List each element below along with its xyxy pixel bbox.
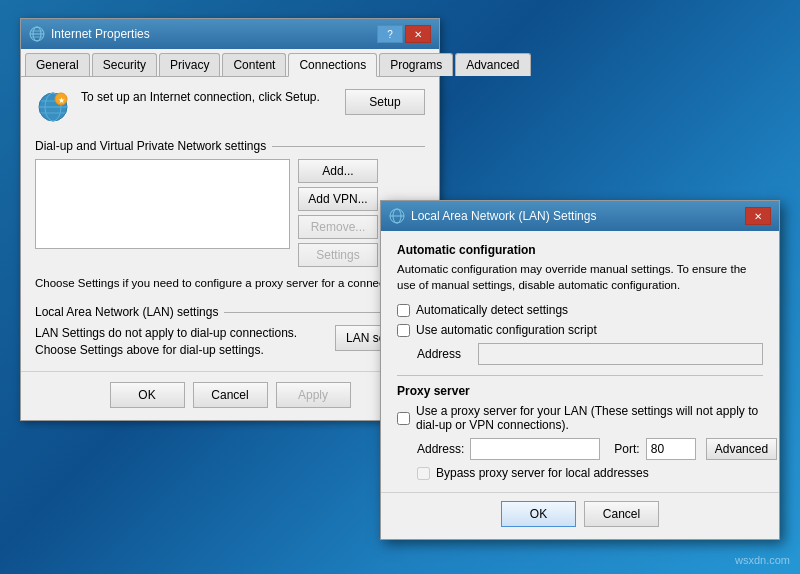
lan-titlebar-controls: ✕ [745, 207, 771, 225]
titlebar-controls: ? ✕ [377, 25, 431, 43]
proxy-address-row: Address: Port: Advanced [417, 438, 763, 460]
watermark: wsxdn.com [735, 554, 790, 566]
tab-advanced[interactable]: Advanced [455, 53, 530, 76]
lan-row: LAN Settings do not apply to dial-up con… [35, 325, 425, 359]
titlebar-left: Internet Properties [29, 26, 150, 42]
script-address-label: Address [417, 347, 472, 361]
bypass-checkbox[interactable] [417, 467, 430, 480]
lan-cancel-button[interactable]: Cancel [584, 501, 659, 527]
tab-programs[interactable]: Programs [379, 53, 453, 76]
auto-detect-label: Automatically detect settings [416, 303, 568, 317]
auto-script-row: Use automatic configuration script [397, 323, 763, 337]
lan-dialog-title: Local Area Network (LAN) Settings [411, 209, 596, 223]
divider [397, 375, 763, 376]
lan-settings-dialog: Local Area Network (LAN) Settings ✕ Auto… [380, 200, 780, 540]
dialup-section-label: Dial-up and Virtual Private Network sett… [35, 139, 425, 153]
internet-properties-dialog: Internet Properties ? ✕ General Security… [20, 18, 440, 421]
bypass-label: Bypass proxy server for local addresses [436, 466, 649, 480]
auto-config-desc: Automatic configuration may override man… [397, 261, 763, 293]
cancel-button[interactable]: Cancel [193, 382, 268, 408]
ok-button[interactable]: OK [110, 382, 185, 408]
proxy-section-title: Proxy server [397, 384, 763, 398]
proxy-use-label: Use a proxy server for your LAN (These s… [416, 404, 763, 432]
lan-dialog-content: Automatic configuration Automatic config… [381, 231, 779, 492]
dialup-buttons: Add... Add VPN... Remove... Settings [298, 159, 378, 267]
internet-properties-title: Internet Properties [51, 27, 150, 41]
setup-button[interactable]: Setup [345, 89, 425, 115]
tab-content[interactable]: Content [222, 53, 286, 76]
svg-text:★: ★ [58, 96, 65, 105]
bypass-row: Bypass proxy server for local addresses [417, 466, 763, 480]
proxy-use-row: Use a proxy server for your LAN (These s… [397, 404, 763, 432]
add-button[interactable]: Add... [298, 159, 378, 183]
proxy-advanced-button[interactable]: Advanced [706, 438, 777, 460]
script-address-input[interactable] [478, 343, 763, 365]
setup-section: ★ To set up an Internet connection, clic… [35, 89, 425, 125]
settings-button[interactable]: Settings [298, 243, 378, 267]
dialog-content: ★ To set up an Internet connection, clic… [21, 77, 439, 371]
proxy-use-checkbox[interactable] [397, 412, 410, 425]
auto-detect-row: Automatically detect settings [397, 303, 763, 317]
dialup-row: Add... Add VPN... Remove... Settings [35, 159, 425, 267]
remove-button[interactable]: Remove... [298, 215, 378, 239]
script-address-row: Address [417, 343, 763, 365]
tab-security[interactable]: Security [92, 53, 157, 76]
lan-titlebar-left: Local Area Network (LAN) Settings [389, 208, 596, 224]
auto-detect-checkbox[interactable] [397, 304, 410, 317]
dialog-footer: OK Cancel Apply [21, 371, 439, 420]
proxy-port-input[interactable] [646, 438, 696, 460]
lan-dialog-footer: OK Cancel [381, 492, 779, 539]
lan-ok-button[interactable]: OK [501, 501, 576, 527]
tab-privacy[interactable]: Privacy [159, 53, 220, 76]
lan-titlebar: Local Area Network (LAN) Settings ✕ [381, 201, 779, 231]
lan-section-label: Local Area Network (LAN) settings [35, 305, 425, 319]
proxy-address-input[interactable] [470, 438, 600, 460]
tab-general[interactable]: General [25, 53, 90, 76]
proxy-address-label: Address: [417, 442, 464, 456]
internet-properties-icon [29, 26, 45, 42]
add-vpn-button[interactable]: Add VPN... [298, 187, 378, 211]
lan-text: LAN Settings do not apply to dial-up con… [35, 325, 325, 359]
dialup-listbox[interactable] [35, 159, 290, 249]
lan-section: Local Area Network (LAN) settings LAN Se… [35, 305, 425, 359]
auto-script-checkbox[interactable] [397, 324, 410, 337]
help-button[interactable]: ? [377, 25, 403, 43]
proxy-port-label: Port: [614, 442, 639, 456]
auto-config-title: Automatic configuration [397, 243, 763, 257]
auto-script-label: Use automatic configuration script [416, 323, 597, 337]
tab-connections[interactable]: Connections [288, 53, 377, 77]
internet-properties-titlebar: Internet Properties ? ✕ [21, 19, 439, 49]
apply-button[interactable]: Apply [276, 382, 351, 408]
lan-icon [389, 208, 405, 224]
tabs-bar: General Security Privacy Content Connect… [21, 49, 439, 77]
close-button[interactable]: ✕ [405, 25, 431, 43]
setup-globe-icon: ★ [35, 89, 71, 125]
proxy-info-text: Choose Settings if you need to configure… [35, 275, 425, 291]
lan-close-button[interactable]: ✕ [745, 207, 771, 225]
setup-text: To set up an Internet connection, click … [81, 89, 335, 106]
